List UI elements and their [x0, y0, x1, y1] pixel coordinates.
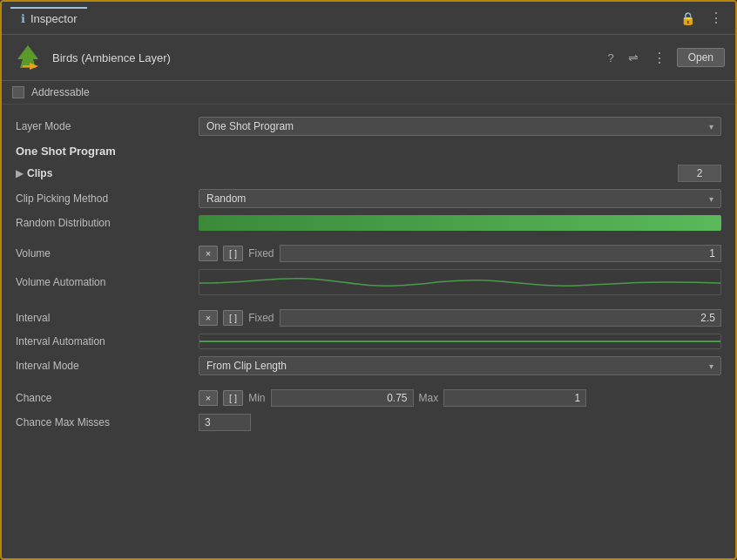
volume-x-button[interactable]: × [199, 246, 218, 261]
info-icon: ℹ [21, 12, 25, 25]
volume-automation-row: Volume Automation [16, 266, 721, 299]
layer-mode-row: Layer Mode One Shot Program ▾ [16, 113, 721, 139]
interval-mode-value: From Clip Length ▾ [199, 356, 721, 375]
interval-automation-row: Interval Automation [16, 330, 721, 353]
interval-controls: × [ ] Fixed [199, 309, 721, 327]
inspector-title: Inspector [30, 12, 77, 25]
volume-label: Volume [16, 247, 199, 260]
interval-fixed-label: Fixed [248, 312, 274, 324]
interval-label: Interval [16, 312, 199, 324]
clip-picking-dropdown-arrow: ▾ [709, 194, 713, 204]
chance-max-misses-row: Chance Max Misses [16, 410, 721, 435]
chance-label: Chance [16, 392, 199, 404]
random-dist-label: Random Distribution [16, 217, 199, 229]
clips-label: Clips [27, 167, 678, 179]
object-icon [12, 42, 44, 73]
layer-mode-dropdown-arrow: ▾ [709, 122, 713, 132]
svg-rect-2 [23, 65, 30, 67]
interval-mode-row: Interval Mode From Clip Length ▾ [16, 353, 721, 379]
layer-mode-value: One Shot Program ▾ [199, 117, 721, 136]
random-dist-row: Random Distribution [16, 212, 721, 234]
layer-mode-label: Layer Mode [16, 120, 199, 132]
volume-automation-canvas[interactable] [199, 269, 721, 295]
clips-toggle[interactable]: ▶ [16, 167, 24, 179]
random-dist-fill [199, 215, 721, 231]
lock-button[interactable]: 🔒 [677, 10, 699, 27]
interval-mode-label: Interval Mode [16, 360, 199, 372]
interval-bracket-button[interactable]: [ ] [223, 310, 243, 326]
chance-row: Chance × [ ] Min Max [16, 386, 721, 410]
chance-min-input[interactable] [271, 389, 414, 407]
interval-automation-bar[interactable] [199, 334, 721, 349]
layer-mode-dropdown-text: One Shot Program [206, 120, 294, 132]
object-header: Birds (Ambience Layer) ? ⇌ ⋮ Open [2, 35, 735, 81]
volume-fixed-label: Fixed [248, 247, 274, 260]
inspector-tab[interactable]: ℹ Inspector [10, 7, 87, 29]
one-shot-heading: One Shot Program [16, 139, 721, 161]
svg-marker-0 [17, 45, 38, 68]
clips-count: 2 [678, 165, 721, 182]
addressable-checkbox[interactable] [12, 86, 24, 98]
interval-automation-canvas[interactable] [199, 334, 721, 349]
chance-max-label: Max [419, 392, 439, 404]
title-bar: ℹ Inspector 🔒 ⋮ [2, 2, 735, 35]
help-button[interactable]: ? [604, 50, 617, 66]
addressable-row: Addressable [2, 81, 735, 105]
volume-automation-bar[interactable] [199, 269, 721, 295]
interval-mode-dropdown-arrow: ▾ [709, 361, 713, 371]
interval-mode-dropdown[interactable]: From Clip Length ▾ [199, 356, 721, 375]
chance-max-input[interactable] [443, 389, 586, 407]
interval-mode-dropdown-text: From Clip Length [206, 360, 287, 372]
clip-picking-dropdown-text: Random [206, 192, 246, 205]
interval-automation-label: Interval Automation [16, 335, 199, 347]
clips-row: ▶ Clips 2 [16, 161, 721, 186]
volume-controls: × [ ] Fixed [199, 245, 721, 262]
header-menu-button[interactable]: ⋮ [649, 48, 670, 68]
volume-fixed-row: × [ ] Fixed [199, 245, 721, 262]
open-button[interactable]: Open [677, 48, 725, 67]
inspector-window: ℹ Inspector 🔒 ⋮ [0, 0, 737, 560]
clip-picking-row: Clip Picking Method Random ▾ [16, 186, 721, 212]
chance-min-label: Min [248, 392, 265, 404]
volume-value-input[interactable] [280, 245, 721, 262]
object-header-right: ? ⇌ ⋮ Open [604, 48, 725, 68]
adjust-button[interactable]: ⇌ [625, 49, 642, 66]
chance-max-misses-label: Chance Max Misses [16, 416, 199, 428]
object-info: Birds (Ambience Layer) [12, 42, 171, 73]
interval-row: Interval × [ ] Fixed [16, 306, 721, 330]
random-dist-slider[interactable] [199, 215, 721, 231]
chance-max-misses-input[interactable] [199, 414, 251, 431]
title-bar-left: ℹ Inspector [10, 7, 87, 29]
chance-bracket-button[interactable]: [ ] [223, 390, 243, 406]
chance-controls: × [ ] Min Max [199, 389, 721, 407]
chance-max-misses-value [199, 414, 721, 431]
interval-value-input[interactable] [280, 309, 721, 327]
object-name: Birds (Ambience Layer) [52, 51, 171, 64]
interval-fixed-row: × [ ] Fixed [199, 309, 721, 327]
chance-min-max-row: × [ ] Min Max [199, 389, 721, 407]
chance-x-button[interactable]: × [199, 390, 218, 406]
addressable-label: Addressable [31, 86, 90, 98]
layer-mode-dropdown[interactable]: One Shot Program ▾ [199, 117, 721, 136]
clip-picking-value: Random ▾ [199, 189, 721, 208]
main-content: Layer Mode One Shot Program ▾ One Shot P… [2, 105, 735, 558]
volume-automation-label: Volume Automation [16, 276, 199, 288]
title-bar-right: 🔒 ⋮ [677, 8, 727, 28]
title-menu-button[interactable]: ⋮ [706, 8, 727, 28]
clip-picking-label: Clip Picking Method [16, 192, 199, 205]
random-dist-bar[interactable] [199, 215, 721, 231]
clip-picking-dropdown[interactable]: Random ▾ [199, 189, 721, 208]
volume-bracket-button[interactable]: [ ] [223, 246, 243, 261]
volume-row: Volume × [ ] Fixed [16, 241, 721, 266]
interval-x-button[interactable]: × [199, 310, 218, 326]
